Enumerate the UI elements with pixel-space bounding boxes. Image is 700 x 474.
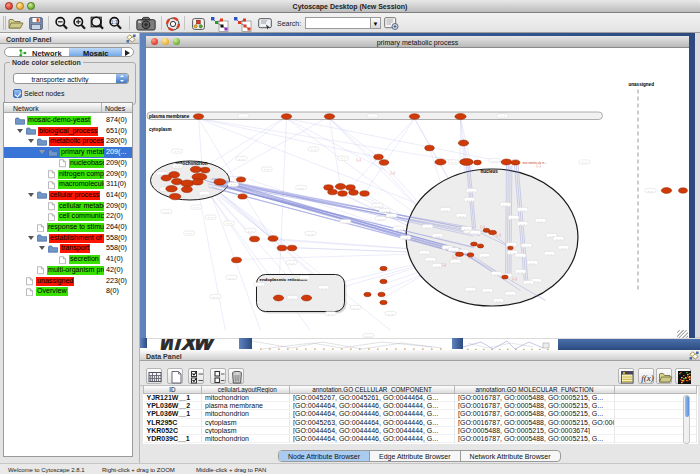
svg-text:(.....): (.....)	[202, 192, 207, 195]
svg-text:(.....): (.....)	[494, 272, 499, 275]
svg-text:(.....): (.....)	[425, 225, 430, 228]
svg-text:(.....): (.....)	[175, 150, 180, 153]
svg-text:(.....): (.....)	[538, 219, 543, 222]
svg-text:(.....): (.....)	[422, 251, 427, 254]
svg-text:(.....): (.....)	[227, 222, 232, 225]
svg-text:(...): (...)	[480, 225, 484, 229]
svg-text:(.....): (.....)	[229, 276, 234, 279]
svg-text:(.....): (.....)	[547, 252, 552, 255]
svg-text:unassigned: unassigned	[628, 82, 654, 87]
svg-text:(.....): (.....)	[520, 222, 525, 225]
svg-text:(.....): (.....)	[524, 244, 529, 247]
svg-text:(.....): (.....)	[469, 189, 474, 192]
svg-text:(.....): (.....)	[443, 208, 448, 211]
svg-text:(...): (...)	[452, 255, 456, 259]
svg-text:(.....): (.....)	[378, 217, 383, 220]
svg-text:(.....): (.....)	[503, 203, 508, 206]
svg-text:(.....): (.....)	[492, 159, 497, 162]
svg-text:(.....): (.....)	[518, 254, 523, 257]
svg-text:(.....): (.....)	[485, 289, 490, 292]
svg-text:(.....): (.....)	[500, 115, 505, 118]
svg-text:(.....): (.....)	[290, 296, 295, 299]
svg-text:cytoplasm: cytoplasm	[149, 127, 172, 132]
svg-text:(.....): (.....)	[328, 312, 333, 315]
svg-text:(...): (...)	[496, 233, 500, 237]
svg-text:(.....): (.....)	[435, 234, 440, 237]
svg-text:(.....): (.....)	[511, 216, 516, 219]
svg-text:(...): (...)	[512, 277, 516, 281]
svg-text:(.....): (.....)	[241, 115, 246, 118]
svg-text:(.....): (.....)	[526, 281, 531, 284]
svg-text:(.....): (.....)	[468, 288, 473, 291]
svg-text:(.....): (.....)	[518, 270, 523, 273]
svg-text:(.....): (.....)	[239, 157, 244, 160]
svg-text:(.....): (.....)	[257, 283, 262, 286]
svg-text:(.....): (.....)	[375, 204, 380, 207]
svg-text:1:1: 1:1	[111, 19, 118, 25]
svg-text:(.....): (.....)	[467, 198, 472, 201]
svg-text:(.....): (.....)	[482, 254, 487, 257]
svg-text:(.....): (.....)	[520, 208, 525, 211]
svg-text:(.....): (.....)	[534, 279, 539, 282]
svg-text:(.....): (.....)	[194, 206, 199, 209]
svg-text:(.....): (.....)	[435, 264, 440, 267]
svg-text:(.....): (.....)	[582, 161, 587, 164]
svg-text:(.....): (.....)	[302, 276, 307, 279]
svg-text:plasma membrane: plasma membrane	[149, 113, 190, 118]
svg-text:(.....): (.....)	[353, 306, 358, 309]
svg-text:(.....): (.....)	[388, 312, 393, 315]
svg-text:(.....): (.....)	[248, 229, 253, 232]
svg-text:(.....): (.....)	[459, 214, 464, 217]
svg-text:(.....): (.....)	[464, 227, 469, 230]
svg-text:(.....): (.....)	[508, 292, 513, 295]
svg-text:(.....): (.....)	[530, 261, 535, 264]
svg-text:(.....): (.....)	[175, 165, 180, 168]
svg-text:(.....): (.....)	[403, 236, 408, 239]
svg-text:(.....): (.....)	[370, 115, 375, 118]
svg-text:(.....): (.....)	[343, 220, 348, 223]
svg-text:(.....): (.....)	[341, 157, 346, 160]
svg-text:(.....): (.....)	[451, 161, 456, 164]
svg-text:(.....): (.....)	[311, 148, 316, 151]
svg-text:(.....): (.....)	[264, 168, 269, 171]
svg-text:(.....): (.....)	[382, 209, 387, 212]
svg-text:(.....): (.....)	[208, 216, 213, 219]
svg-text:(.....): (.....)	[561, 246, 566, 249]
svg-text:(.....): (.....)	[187, 232, 192, 235]
svg-text:(...): (...)	[536, 164, 540, 168]
svg-text:(.....): (.....)	[556, 237, 561, 240]
svg-text:(.....): (.....)	[473, 231, 478, 234]
svg-text:(.....): (.....)	[396, 227, 401, 230]
svg-text:(.....): (.....)	[648, 189, 653, 192]
svg-text:macromolecule m...: macromolecule m...	[522, 161, 546, 165]
svg-text:(.....): (.....)	[496, 299, 501, 302]
svg-text:nucleus: nucleus	[480, 169, 498, 174]
svg-text:(.....): (.....)	[231, 183, 236, 186]
svg-text:(...): (...)	[356, 158, 360, 162]
svg-text:(.....): (.....)	[428, 258, 433, 261]
svg-text:(.....): (.....)	[366, 334, 371, 337]
svg-text:(.....): (.....)	[299, 186, 304, 189]
svg-text:(...): (...)	[441, 262, 445, 266]
svg-text:(.....): (.....)	[308, 232, 313, 235]
svg-text:(.....): (.....)	[289, 261, 294, 264]
svg-text:f(x): f(x)	[641, 373, 654, 383]
svg-text:(.....): (.....)	[321, 286, 326, 289]
svg-text:(.....): (.....)	[213, 295, 218, 298]
svg-text:(.....): (.....)	[389, 214, 394, 217]
svg-text:(...): (...)	[468, 255, 472, 259]
svg-text:(...): (...)	[390, 171, 394, 175]
svg-text:(.....): (.....)	[164, 210, 169, 213]
svg-text:(.....): (.....)	[510, 251, 515, 254]
svg-text:(.....): (.....)	[451, 248, 456, 251]
svg-text:(.....): (.....)	[453, 260, 458, 263]
